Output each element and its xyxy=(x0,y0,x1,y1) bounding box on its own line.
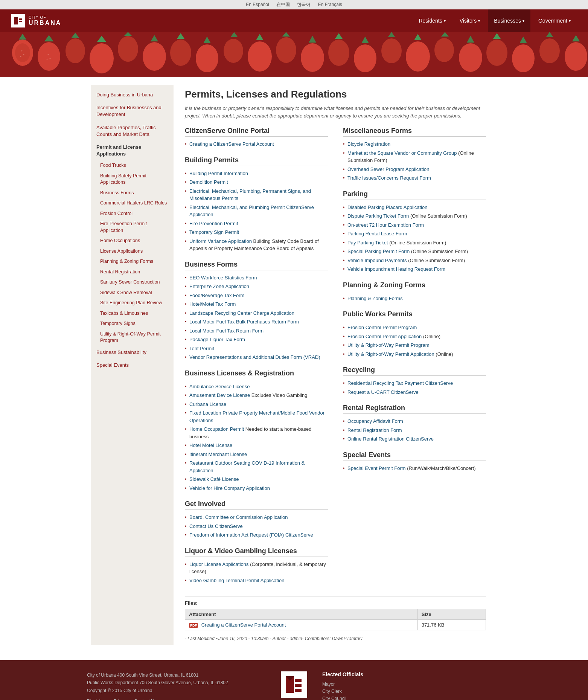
link-video-gambling[interactable]: Video Gambling Terminal Permit Applicati… xyxy=(189,578,284,583)
link-fire-prev[interactable]: Fire Prevention Permit xyxy=(189,221,238,226)
link-elec-citizen[interactable]: Electrical, Mechanical, and Plumbing Per… xyxy=(189,204,314,218)
link-motor-return[interactable]: Local Motor Fuel Tax Return Form xyxy=(189,328,264,334)
section-biz-licenses: Business Licenses & Registration xyxy=(185,369,328,379)
sidebar-item-taxicabs[interactable]: Taxicabs & Limousines xyxy=(91,308,174,319)
sidebar-item-properties[interactable]: Available Properties, Traffic Counts and… xyxy=(91,121,174,141)
link-pay-parking[interactable]: Pay Parking Ticket xyxy=(347,240,388,246)
link-special-parking[interactable]: Special Parking Permit Form xyxy=(347,249,410,254)
link-foia[interactable]: Freedom of Information Act Request (FOIA… xyxy=(189,532,313,538)
sidebar-item-building-safety[interactable]: Building Safety Permit Applications xyxy=(91,171,174,188)
right-column: Miscellaneous Forms Bicycle Registration… xyxy=(343,127,486,589)
nav-visitors[interactable]: Visitors ▾ xyxy=(454,9,486,32)
link-package-liq[interactable]: Package Liquor Tax Form xyxy=(189,337,245,342)
link-enterp-zone[interactable]: Enterprize Zone Application xyxy=(189,284,249,289)
link-food-bev[interactable]: Food/Beverage Tax Form xyxy=(189,293,244,298)
lang-chinese[interactable]: 在中国 xyxy=(276,2,290,7)
sidebar-item-planning[interactable]: Planning & Zoning Forms xyxy=(91,256,174,267)
link-eeo[interactable]: EEO Workforce Statistics Form xyxy=(189,275,257,281)
link-veh-impound[interactable]: Vehicle Impound Payments xyxy=(347,258,407,263)
link-parking-rental[interactable]: Parking Rental Lease Form xyxy=(347,231,407,236)
sidebar-item-commercial[interactable]: Commercial Haulers LRC Rules xyxy=(91,198,174,209)
sidebar-item-utility[interactable]: Utility & Right-Of-Way Permit Program xyxy=(91,329,174,346)
link-planning-forms[interactable]: Planning & Zoning Forms xyxy=(347,296,403,301)
link-hotel-tax[interactable]: Hotel/Motel Tax Form xyxy=(189,301,236,307)
sidebar-item-fire-prevention[interactable]: Fire Prevention Permit Application xyxy=(91,219,174,236)
sidebar-item-site-eng[interactable]: Site Engineering Plan Review xyxy=(91,298,174,308)
link-72hr[interactable]: On-street 72 Hour Exemption Form xyxy=(347,222,424,228)
link-tent[interactable]: Tent Permit xyxy=(189,346,214,351)
sidebar-item-sidewalk[interactable]: Sidewalk Snow Removal xyxy=(91,288,174,298)
link-temp-sign[interactable]: Temporary Sign Permit xyxy=(189,229,239,235)
link-board[interactable]: Board, Committee or Commission Applicati… xyxy=(189,514,288,520)
site-header: CITY OF URBANA Residents ▾ Visitors ▾ Bu… xyxy=(0,9,588,32)
link-market-square[interactable]: Market at the Square Vendor or Community… xyxy=(347,150,457,156)
sidebar-item-sanitary[interactable]: Sanitary Sewer Construction xyxy=(91,277,174,288)
file-link[interactable]: Creating a CitizenServe Portal Account xyxy=(201,622,286,628)
link-erosion-prog[interactable]: Erosion Control Permit Program xyxy=(347,325,417,330)
nav-residents[interactable]: Residents ▾ xyxy=(413,9,451,32)
link-uniform-var[interactable]: Uniform Variance Application xyxy=(189,238,252,244)
sidebar-item-erosion[interactable]: Erosion Control xyxy=(91,209,174,219)
link-amusement[interactable]: Amusement Device License xyxy=(189,392,250,398)
link-recycling-tax[interactable]: Residential Recycling Tax Payment Citize… xyxy=(347,380,453,386)
footer-council[interactable]: City Council xyxy=(322,696,346,700)
link-fixed-loc[interactable]: Fixed Location Private Property Merchant… xyxy=(189,410,324,423)
link-bp-info[interactable]: Building Permit Information xyxy=(189,171,248,176)
footer-contact[interactable]: Contact Us xyxy=(134,697,156,700)
nav-businesses[interactable]: Businesses ▾ xyxy=(488,9,530,32)
link-ambulance[interactable]: Ambulance Service License xyxy=(189,384,250,389)
link-contact-citizen[interactable]: Contact Us CitizenServe xyxy=(189,523,243,529)
link-motor-bulk[interactable]: Local Motor Fuel Tax Bulk Purchases Retu… xyxy=(189,319,299,325)
link-hotel-motel[interactable]: Hotel Motel License xyxy=(189,442,232,448)
link-online-rental[interactable]: Online Rental Registration CitizenServe xyxy=(347,436,434,442)
list-item: Amusement Device License Excludes Video … xyxy=(185,391,328,400)
link-utility-prog[interactable]: Utility & Right-of-Way Permit Program xyxy=(347,342,430,348)
sidebar-item-special-events[interactable]: Special Events xyxy=(91,359,174,372)
link-erosion-app[interactable]: Erosion Control Permit Application xyxy=(347,334,422,339)
sidebar-item-food-trucks[interactable]: Food Trucks xyxy=(91,160,174,171)
sidebar-item-temp-signs[interactable]: Temporary Signs xyxy=(91,319,174,329)
footer-clerk[interactable]: City Clerk xyxy=(322,689,342,694)
site-logo[interactable]: CITY OF URBANA xyxy=(11,14,61,27)
sidebar-item-incentives[interactable]: Incentives for Businesses and Developmen… xyxy=(91,101,174,121)
sidebar-item-permit[interactable]: Permit and License Applications xyxy=(91,141,174,160)
link-bicycle[interactable]: Bicycle Registration xyxy=(347,141,390,147)
lang-spanish[interactable]: En Español xyxy=(246,2,269,7)
sidebar-item-business-forms[interactable]: Business Forms xyxy=(91,188,174,198)
footer-disclaimer[interactable]: Disclaimer xyxy=(87,697,108,700)
lang-korean[interactable]: 한국어 xyxy=(297,2,311,7)
link-dispute-ticket[interactable]: Dispute Parking Ticket Form xyxy=(347,213,409,219)
link-rental-form[interactable]: Rental Registration Form xyxy=(347,427,402,433)
link-overhead-sewer[interactable]: Overhead Sewer Program Application xyxy=(347,166,430,172)
link-home-occ[interactable]: Home Occupation Permit xyxy=(189,426,244,432)
footer-mayor[interactable]: Mayor xyxy=(322,682,335,687)
link-ucart[interactable]: Request a U-CART CitizenServe xyxy=(347,389,419,395)
link-disabled-parking[interactable]: Disabled Parking Placard Application xyxy=(347,204,427,210)
link-utility-app[interactable]: Utility & Right-of-Way Permit Applicatio… xyxy=(347,351,434,357)
sidebar-item-sustainability[interactable]: Business Sustainability xyxy=(91,346,174,359)
link-vrad[interactable]: Vendor Representations and Additional Du… xyxy=(189,354,320,360)
sidebar-item-doing-business[interactable]: Doing Business in Urbana xyxy=(91,88,174,101)
link-citizenserve-account[interactable]: Creating a CitizenServe Portal Account xyxy=(189,141,274,147)
lang-french[interactable]: En Français xyxy=(318,2,342,7)
nav-government[interactable]: Government ▾ xyxy=(532,9,577,32)
link-special-event-form[interactable]: Special Event Permit Form xyxy=(347,465,406,471)
link-sidewalk-cafe[interactable]: Sidewalk Café License xyxy=(189,476,239,482)
link-occupancy[interactable]: Occupancy Affidavit Form xyxy=(347,418,403,424)
link-demo[interactable]: Demolition Permit xyxy=(189,179,228,185)
link-curbana[interactable]: Curbana License xyxy=(189,401,226,407)
link-elec-mech[interactable]: Electrical, Mechanical, Plumbing, Perman… xyxy=(189,188,311,201)
link-traffic-issues[interactable]: Traffic Issues/Concerns Request Form xyxy=(347,175,431,181)
link-veh-hearing[interactable]: Vehicle Impoundment Hearing Request Form xyxy=(347,266,445,272)
footer-privacy[interactable]: Privacy xyxy=(114,697,128,700)
link-landscape[interactable]: Landscape Recycling Center Charge Applic… xyxy=(189,310,294,316)
link-itinerant[interactable]: Itinerant Merchant License xyxy=(189,451,247,457)
sidebar-item-license-apps[interactable]: License Applications xyxy=(91,246,174,257)
sidebar-item-home-occ[interactable]: Home Occupations xyxy=(91,236,174,246)
svg-point-25 xyxy=(248,41,272,72)
link-veh-hire[interactable]: Vehicle for Hire Company Application xyxy=(189,485,270,491)
sidebar-item-rental-reg[interactable]: Rental Registration xyxy=(91,267,174,278)
svg-point-54 xyxy=(48,54,49,55)
link-restaurant-outdoor[interactable]: Restaurant Outdoor Seating COVID-19 Info… xyxy=(189,460,305,473)
link-liquor-apps[interactable]: Liquor License Applications xyxy=(189,561,249,567)
